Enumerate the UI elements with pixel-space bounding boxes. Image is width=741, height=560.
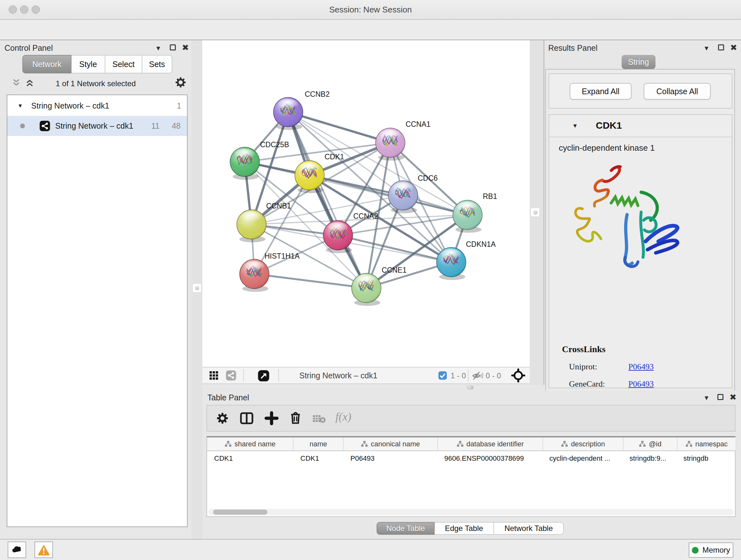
table-panel-menu-icon[interactable]: ▼: [703, 394, 710, 401]
table-cell[interactable]: CDK1: [207, 451, 293, 465]
title-bar: Session: New Session: [0, 0, 741, 20]
horizontal-splitter-handle[interactable]: [467, 385, 474, 389]
column-header-canonical-name[interactable]: canonical name: [344, 437, 438, 450]
table-row[interactable]: CDK1CDK1P064939606.ENSP00000378699cyclin…: [207, 450, 735, 465]
control-panel-float-icon[interactable]: [170, 44, 176, 51]
table-panel: Table Panel ▼ ✖: [202, 390, 741, 539]
birds-eye-view-icon[interactable]: [511, 368, 526, 383]
network-thumbnail-icon[interactable]: [225, 370, 237, 381]
open-view-icon[interactable]: [257, 369, 270, 382]
column-header--id[interactable]: @id: [623, 437, 677, 450]
crosslinks-title: CrossLinks: [562, 344, 605, 354]
hidden-count: 0 - 0: [486, 371, 501, 380]
column-header-shared-name[interactable]: shared name: [207, 437, 293, 450]
cloud-icon: [11, 544, 23, 556]
network-node-cdc25b[interactable]: [230, 147, 259, 180]
current-network-bullet-icon: [20, 124, 25, 128]
memory-label: Memory: [702, 546, 730, 555]
table-options-gear-icon[interactable]: [215, 411, 229, 425]
table-cell[interactable]: stringdb: [676, 451, 735, 465]
collection-disclosure-icon[interactable]: ▼: [17, 103, 23, 109]
tab-node-table[interactable]: Node Table: [377, 522, 434, 535]
network-view-title: String Network – cdk1: [299, 371, 378, 380]
toolbar-separator: [468, 369, 468, 382]
tab-network-table[interactable]: Network Table: [494, 522, 564, 535]
left-splitter-handle[interactable]: [192, 284, 201, 293]
toolbar-separator: [278, 369, 279, 382]
memory-button[interactable]: Memory: [689, 543, 733, 558]
collapse-all-button[interactable]: Collapse All: [644, 83, 711, 100]
function-builder-icon[interactable]: f(x): [335, 410, 351, 423]
grid-view-icon[interactable]: [209, 370, 219, 381]
network-tree: ▼ String Network – cdk1 1 String Network…: [7, 95, 188, 527]
network-edge[interactable]: [254, 274, 366, 288]
add-column-icon[interactable]: [264, 411, 279, 426]
tab-style[interactable]: Style: [71, 55, 105, 73]
network-node-ccna1[interactable]: [376, 128, 405, 161]
network-collection-row[interactable]: ▼ String Network – cdk1 1: [7, 96, 187, 116]
string-network-icon: [39, 120, 51, 132]
table-cell[interactable]: cyclin-dependent ...: [542, 451, 622, 465]
network-options-gear-icon[interactable]: [174, 76, 187, 89]
gene-header-row[interactable]: ▼ CDK1: [549, 115, 732, 137]
control-panel-menu-icon[interactable]: ▼: [155, 45, 161, 52]
results-panel-menu-icon[interactable]: ▼: [703, 45, 710, 52]
results-panel-close-icon[interactable]: ✖: [730, 43, 737, 53]
delete-column-trash-icon[interactable]: [288, 411, 303, 425]
column-header-description[interactable]: description: [543, 437, 623, 450]
node-label-ccne1: CCNE1: [382, 266, 407, 274]
network-node-hist1h1a[interactable]: [240, 259, 269, 292]
column-header-namespac[interactable]: namespac: [677, 437, 736, 450]
expand-all-button[interactable]: Expand All: [569, 83, 631, 100]
table-cell[interactable]: 9606.ENSP00000378699: [437, 451, 542, 465]
network-node-ccnb1[interactable]: [237, 210, 266, 242]
main-toolbar: ?: [0, 20, 741, 40]
table-cell[interactable]: stringdb:9...: [623, 451, 677, 465]
network-graph[interactable]: CCNB2CCNA1CDC25BCDK1CDC6RB1CCNB1CCNA2CDK…: [202, 40, 530, 367]
crosslink-value-link[interactable]: P06493: [628, 379, 654, 389]
table-hscrollbar-thumb[interactable]: [213, 509, 267, 515]
table-panel-float-icon[interactable]: [718, 394, 724, 400]
table-hscrollbar-track[interactable]: [208, 509, 734, 515]
show-columns-icon[interactable]: [239, 411, 254, 426]
node-label-hist1h1a: HIST1H1A: [265, 252, 300, 260]
results-tab-string[interactable]: String: [622, 55, 656, 69]
tab-sets[interactable]: Sets: [142, 55, 172, 73]
column-header-name[interactable]: name: [293, 437, 344, 450]
crosslink-value-link[interactable]: P06493: [628, 362, 654, 372]
network-node-cdk1[interactable]: [295, 161, 324, 193]
right-splitter-handle[interactable]: [531, 208, 540, 217]
network-node-cdkn1a[interactable]: [436, 247, 466, 280]
warning-icon: [37, 543, 50, 556]
selected-checkbox-icon[interactable]: [438, 371, 448, 380]
delete-table-icon[interactable]: [313, 414, 326, 423]
control-panel-tab-bar: Network Style Select Sets: [22, 55, 172, 73]
network-node-ccne1[interactable]: [352, 273, 381, 306]
network-row-selected[interactable]: String Network – cdk1 11 48: [7, 116, 187, 136]
network-node-rb1[interactable]: [453, 200, 482, 233]
node-label-ccna2: CCNA2: [353, 212, 378, 220]
gene-disclosure-icon[interactable]: ▼: [572, 123, 578, 129]
table-cell[interactable]: CDK1: [293, 451, 343, 465]
memory-status-icon: [692, 547, 698, 554]
column-header-label: description: [571, 440, 605, 448]
tab-select[interactable]: Select: [105, 55, 142, 73]
tab-network[interactable]: Network: [22, 55, 71, 73]
cloud-status-button[interactable]: [8, 542, 26, 558]
column-header-database-identifier[interactable]: database identifier: [438, 437, 543, 450]
warning-status-button[interactable]: [35, 542, 53, 558]
results-panel-float-icon[interactable]: [718, 44, 724, 51]
crosslink-row: GeneCard:P06493: [569, 375, 729, 393]
shared-column-icon: [361, 441, 368, 448]
control-panel-close-icon[interactable]: ✖: [182, 43, 189, 53]
node-label-ccnb1: CCNB1: [266, 202, 291, 210]
network-edge[interactable]: [288, 112, 390, 143]
tab-edge-table[interactable]: Edge Table: [434, 522, 494, 535]
table-cell[interactable]: P06493: [343, 451, 437, 465]
table-panel-close-icon[interactable]: ✖: [730, 392, 737, 402]
toolbar-separator: [243, 369, 244, 382]
window-title: Session: New Session: [0, 5, 741, 15]
network-edge[interactable]: [288, 112, 366, 288]
node-label-cdk1: CDK1: [325, 152, 344, 161]
hidden-eye-slash-icon[interactable]: [472, 370, 483, 381]
